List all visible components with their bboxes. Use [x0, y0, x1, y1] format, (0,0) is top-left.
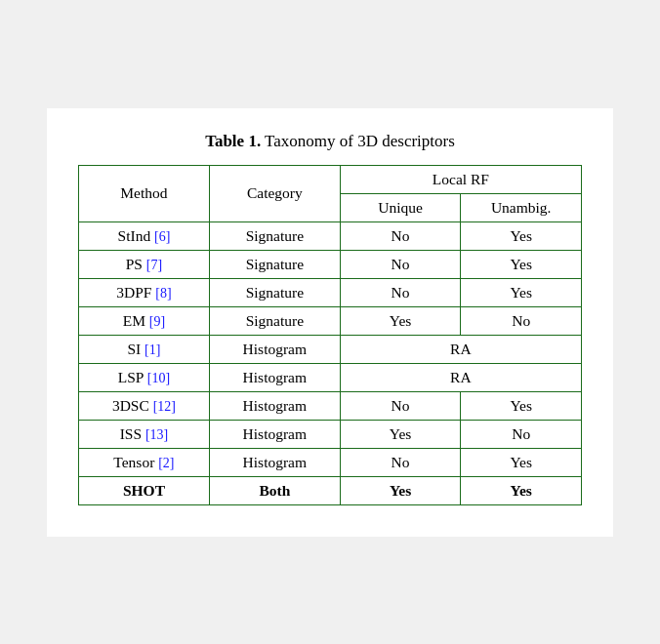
cell-unambig: Yes: [461, 221, 582, 250]
cell-category: Histogram: [209, 335, 340, 363]
cell-category: Histogram: [209, 420, 340, 448]
cell-method: PS [7]: [79, 250, 210, 278]
cell-unambig: Yes: [461, 448, 582, 476]
ref-link: [6]: [154, 229, 170, 244]
cell-category: Signature: [209, 221, 340, 250]
table-body: StInd [6]SignatureNoYesPS [7]SignatureNo…: [79, 221, 582, 476]
cell-category: Signature: [209, 306, 340, 335]
table-row: EM [9]SignatureYesNo: [79, 306, 582, 335]
header-method: Method: [79, 165, 210, 221]
taxonomy-table: Method Category Local RF Unique Unambig.…: [78, 165, 582, 505]
cell-unique: No: [340, 391, 461, 420]
table-title: Table 1. Taxonomy of 3D descriptors: [78, 132, 582, 151]
cell-method: 3DPF [8]: [79, 278, 210, 306]
cell-method: Tensor [2]: [79, 448, 210, 476]
table-row: Tensor [2]HistogramNoYes: [79, 448, 582, 476]
footer-category: Both: [209, 476, 340, 504]
footer-row: SHOT Both Yes Yes: [79, 476, 582, 504]
cell-unambig: Yes: [461, 250, 582, 278]
header-unique: Unique: [340, 193, 461, 221]
ref-link: [1]: [144, 342, 160, 357]
cell-category: Signature: [209, 250, 340, 278]
cell-unique: No: [340, 448, 461, 476]
ref-link: [2]: [158, 456, 174, 470]
table-row: SI [1]HistogramRA: [79, 335, 582, 363]
header-local-rf: Local RF: [340, 165, 581, 193]
footer-method: SHOT: [79, 476, 210, 504]
cell-category: Signature: [209, 278, 340, 306]
ref-link: [9]: [149, 314, 165, 329]
footer-unambig: Yes: [461, 476, 582, 504]
table-row: ISS [13]HistogramYesNo: [79, 420, 582, 448]
cell-method: LSP [10]: [79, 363, 210, 391]
title-bold: Table 1.: [205, 132, 261, 150]
table-row: 3DSC [12]HistogramNoYes: [79, 391, 582, 420]
cell-unambig: No: [461, 420, 582, 448]
ref-link: [10]: [147, 371, 170, 385]
table-row: StInd [6]SignatureNoYes: [79, 221, 582, 250]
header-category: Category: [209, 165, 340, 221]
cell-category: Histogram: [209, 363, 340, 391]
cell-unique: Yes: [340, 306, 461, 335]
cell-method: EM [9]: [79, 306, 210, 335]
table-row: LSP [10]HistogramRA: [79, 363, 582, 391]
cell-unambig: Yes: [461, 391, 582, 420]
cell-unique: No: [340, 221, 461, 250]
cell-ra: RA: [340, 363, 581, 391]
header-unambig: Unambig.: [461, 193, 582, 221]
footer-unique: Yes: [340, 476, 461, 504]
cell-unique: No: [340, 278, 461, 306]
cell-method: SI [1]: [79, 335, 210, 363]
title-rest: Taxonomy of 3D descriptors: [261, 132, 455, 150]
cell-unique: Yes: [340, 420, 461, 448]
cell-unambig: Yes: [461, 278, 582, 306]
cell-unique: No: [340, 250, 461, 278]
cell-method: 3DSC [12]: [79, 391, 210, 420]
ref-link: [8]: [155, 286, 171, 301]
cell-category: Histogram: [209, 391, 340, 420]
cell-ra: RA: [340, 335, 581, 363]
cell-category: Histogram: [209, 448, 340, 476]
table-row: 3DPF [8]SignatureNoYes: [79, 278, 582, 306]
cell-unambig: No: [461, 306, 582, 335]
cell-method: ISS [13]: [79, 420, 210, 448]
header-row: Method Category Local RF: [79, 165, 582, 193]
ref-link: [7]: [146, 258, 162, 272]
ref-link: [12]: [153, 399, 176, 414]
cell-method: StInd [6]: [79, 221, 210, 250]
table-row: PS [7]SignatureNoYes: [79, 250, 582, 278]
table-container: Table 1. Taxonomy of 3D descriptors Meth…: [47, 108, 613, 537]
ref-link: [13]: [145, 427, 168, 442]
